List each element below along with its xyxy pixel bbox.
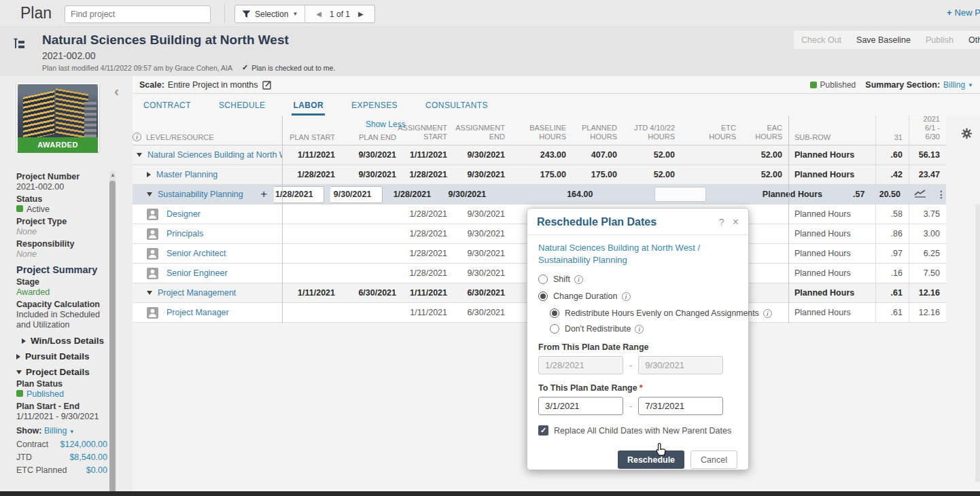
next-page-icon[interactable]: ▶ (358, 10, 364, 18)
cell-clipped-period: .61 (875, 303, 909, 322)
person-icon (147, 248, 158, 260)
to-start-input[interactable] (538, 397, 623, 415)
cell-etc-hours-input[interactable] (654, 187, 706, 202)
check-out-button[interactable]: Check Out (794, 35, 849, 45)
from-range-inputs: - (538, 356, 737, 374)
row-name-link[interactable]: Principals (167, 229, 282, 238)
close-icon[interactable]: × (733, 216, 739, 228)
table-vertical-scrollbar[interactable] (975, 204, 980, 482)
metric-value: $8,540.00 (69, 451, 107, 464)
row-name-link[interactable]: Project Management (158, 288, 282, 298)
filter-icon (242, 10, 251, 18)
metric-value: $0.00 (86, 464, 107, 477)
horizontal-scrollbar[interactable] (0, 491, 980, 496)
cell-clipped-period: .61 (875, 283, 909, 302)
reschedule-button[interactable]: Reschedule (618, 450, 684, 469)
other-actions-button[interactable]: Other Actions (961, 35, 980, 45)
radio-selected-icon[interactable] (550, 308, 559, 318)
prev-page-icon[interactable]: ◀ (316, 10, 321, 18)
sidebar-fields: Project Number 2021-002.00 Status Active… (16, 170, 107, 477)
scrollbar-thumb[interactable] (109, 181, 116, 496)
cell-june-hours: 3.00 (909, 224, 946, 243)
help-icon[interactable]: ? (719, 217, 724, 228)
project-details-label: Project Details (26, 367, 90, 377)
winloss-details-toggle[interactable]: Win/Loss Details (22, 336, 107, 346)
cell-june-hours: 23.47 (909, 165, 946, 184)
info-icon[interactable]: i (574, 275, 583, 284)
summary-caret-icon[interactable]: ▼ (968, 82, 973, 88)
add-level-button[interactable]: + (260, 188, 267, 201)
cancel-button[interactable]: Cancel (690, 450, 737, 469)
dialog-breadcrumb-link[interactable]: Natural Sciences Building at North West … (538, 242, 737, 266)
project-code: 2021-002.00 (42, 50, 96, 61)
dont-redistribute-option[interactable]: Don't Redistribute i (550, 324, 737, 334)
chart-icon[interactable] (913, 188, 927, 200)
cell-plan-end-input[interactable] (330, 186, 383, 203)
shift-label: Shift (553, 274, 570, 284)
replace-child-dates-option[interactable]: ✓ Replace All Child Dates with New Paren… (538, 425, 737, 436)
scroll-up-icon[interactable]: ▲ (110, 172, 116, 178)
cell-level-resource: Master Planning (133, 165, 282, 184)
project-header: Natural Sciences Building at North West … (0, 27, 980, 76)
project-details-toggle[interactable]: Project Details (16, 367, 107, 377)
change-duration-option[interactable]: Change Duration i (538, 291, 737, 301)
tab-consultants[interactable]: CONSULTANTS (424, 96, 489, 116)
new-project-button[interactable]: +New Project (947, 7, 980, 18)
pursuit-details-toggle[interactable]: Pursuit Details (16, 351, 107, 361)
row-name-link[interactable]: Senior Engineer (167, 268, 282, 278)
show-less-link[interactable]: Show Less (366, 120, 406, 129)
tab-contract[interactable]: CONTRACT (142, 96, 192, 116)
cell-eac-hours (742, 264, 788, 283)
publish-button[interactable]: Publish (918, 35, 961, 45)
show-selector[interactable]: Show: Billing ▼ (16, 426, 107, 437)
plus-icon: + (947, 7, 952, 18)
row-name-link[interactable]: Natural Sciences Building at North W (147, 150, 282, 160)
hierarchy-icon[interactable] (12, 37, 27, 52)
redistribute-option[interactable]: Redistribute Hours Evenly on Changed Ass… (550, 308, 737, 318)
cell-level-resource: Senior Architect (133, 244, 282, 263)
edit-scale-icon[interactable] (262, 80, 272, 90)
collapse-sidebar-icon[interactable]: ‹ (114, 83, 119, 99)
row-name-link[interactable]: Master Planning (156, 170, 282, 179)
col-sub-row: SUB-ROW (788, 116, 875, 145)
metric-row: JTD$8,540.00 (16, 451, 107, 464)
row-name-link[interactable]: Senior Architect (167, 249, 282, 258)
shift-option[interactable]: Shift i (538, 274, 737, 284)
radio-unselected-icon[interactable] (538, 274, 548, 284)
radio-unselected-icon[interactable] (550, 324, 559, 334)
to-end-input[interactable] (638, 397, 723, 415)
row-name-link[interactable]: Sustainability Planning (158, 190, 258, 199)
radio-selected-icon[interactable] (538, 291, 548, 301)
cell-eac-hours: 52.00 (742, 145, 788, 164)
row-name-link[interactable]: Designer (167, 209, 282, 219)
table-row[interactable]: Natural Sciences Building at North W1/11… (133, 145, 946, 165)
from-range-label: From This Plan Date Range (538, 342, 737, 352)
info-icon[interactable]: i (635, 325, 644, 334)
collapse-row-icon[interactable] (147, 192, 152, 196)
table-row[interactable]: Sustainability Planning+1/28/20219/30/20… (133, 185, 946, 205)
tab-schedule[interactable]: SCHEDULE (217, 96, 267, 116)
info-icon[interactable]: i (133, 132, 141, 141)
cell-plan-end (341, 244, 402, 263)
table-row[interactable]: Master Planning1/28/20219/30/20211/28/20… (133, 165, 946, 185)
collapse-row-icon[interactable] (147, 291, 152, 295)
cell-baseline-hours: 243.00 (511, 145, 572, 164)
expand-row-icon[interactable] (147, 172, 151, 177)
settings-gear-icon[interactable] (961, 128, 973, 139)
summary-section-value[interactable]: Billing (943, 80, 965, 90)
dialog-header: Reschedule Plan Dates ? × (527, 209, 748, 235)
sidebar-scrollbar[interactable]: ▲ (109, 171, 116, 496)
save-baseline-button[interactable]: Save Baseline (849, 35, 918, 45)
checkbox-checked-icon[interactable]: ✓ (538, 425, 548, 436)
collapse-row-icon[interactable] (137, 153, 142, 157)
selection-dropdown[interactable]: Selection ▼ (235, 5, 304, 22)
find-project-input[interactable] (65, 5, 211, 23)
more-options-icon[interactable]: ⋮ (937, 189, 946, 200)
row-name-link[interactable]: Project Manager (167, 308, 282, 317)
cell-plan-end (341, 224, 402, 243)
cell-sub-row: Planned Hours (756, 185, 839, 204)
tab-labor[interactable]: LABOR (292, 96, 325, 116)
info-icon[interactable]: i (622, 292, 631, 301)
info-icon[interactable]: i (763, 309, 772, 318)
tab-expenses[interactable]: EXPENSES (350, 96, 399, 116)
